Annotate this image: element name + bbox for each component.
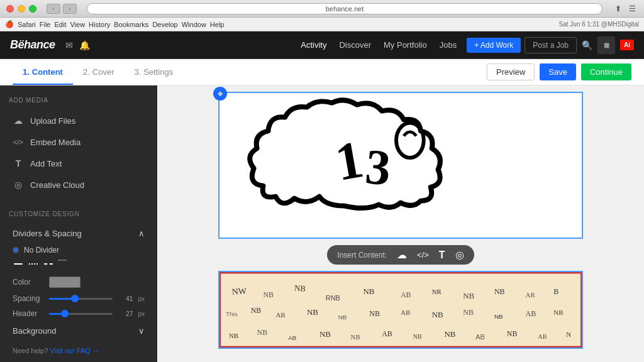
color-label: Color [13, 278, 44, 287]
menu-apple[interactable]: 🍎 [5, 20, 14, 28]
no-divider-row[interactable]: No Divider [9, 243, 148, 257]
svg-text:AB: AB [275, 311, 285, 319]
chevron-up-icon: ∧ [138, 229, 145, 238]
main-layout: ADD MEDIA ☁ Upload Files </> Embed Media… [0, 85, 644, 362]
insert-upload-icon[interactable]: ☁ [397, 249, 407, 261]
spacing-slider[interactable] [49, 298, 113, 300]
insert-cc-icon[interactable]: ◎ [455, 249, 464, 261]
maximize-button[interactable] [29, 5, 36, 13]
svg-text:NB: NB [307, 307, 318, 317]
thin-divider-option[interactable] [58, 260, 67, 261]
embed-label: Embed Media [30, 138, 80, 147]
background-section[interactable]: Background ∨ [9, 321, 148, 341]
post-job-button[interactable]: Post a Job [525, 37, 577, 53]
insert-code-icon[interactable]: </> [417, 250, 429, 260]
image-block-1[interactable]: ✥ 1 3 [218, 92, 583, 239]
help-link[interactable]: Visit our FAQ → [50, 347, 99, 354]
nav-link-jobs[interactable]: Jobs [440, 40, 457, 50]
svg-text:NB: NB [507, 329, 518, 338]
svg-text:NB: NB [432, 310, 443, 319]
forward-button[interactable]: › [63, 4, 77, 14]
avatar[interactable]: ▦ [597, 36, 615, 54]
svg-text:3: 3 [364, 138, 393, 195]
image-block-inner: 1 3 [219, 93, 582, 238]
header-slider[interactable] [49, 313, 113, 315]
menu-help[interactable]: Help [210, 21, 225, 28]
color-swatch[interactable] [49, 277, 80, 288]
svg-text:NR: NR [432, 288, 442, 295]
dividers-label: Dividers & Spacing [13, 229, 82, 238]
svg-text:AB: AB [526, 309, 536, 318]
dividers-section[interactable]: Dividers & Spacing ∧ [9, 224, 148, 243]
tabs-bar: 1. Content 2. Cover 3. Settings Preview … [0, 59, 644, 85]
svg-text:NB: NB [294, 283, 306, 293]
menu-safari[interactable]: Safari [18, 21, 36, 28]
tab-cover[interactable]: 2. Cover [73, 59, 125, 85]
svg-text:NW: NW [231, 286, 247, 297]
close-button[interactable] [6, 5, 14, 13]
text-icon: T [13, 158, 24, 169]
menu-view[interactable]: View [70, 21, 85, 28]
svg-text:NB: NB [553, 309, 563, 316]
menu-history[interactable]: History [89, 21, 110, 28]
creative-cloud-item[interactable]: ◎ Creative Cloud [9, 174, 148, 195]
svg-text:NB: NB [319, 329, 331, 339]
dashed-divider-option[interactable] [43, 260, 54, 268]
menu-window[interactable]: Window [182, 21, 206, 28]
sketch-artwork: 1 3 [219, 93, 582, 238]
svg-text:AB: AB [288, 334, 297, 341]
svg-text:NB: NB [413, 333, 422, 340]
menu-file[interactable]: File [40, 21, 51, 28]
embed-icon: </> [13, 136, 24, 148]
dotted-divider-option[interactable] [28, 260, 39, 268]
svg-text:NB: NB [494, 287, 505, 296]
safari-menubar: 🍎 Safari File Edit View History Bookmark… [0, 18, 644, 31]
svg-text:AB: AB [538, 333, 547, 340]
tab-content[interactable]: 1. Content [13, 59, 73, 85]
menu-bookmarks[interactable]: Bookmarks [114, 21, 148, 28]
address-bar[interactable]: behance.net [87, 3, 602, 14]
svg-text:NB: NB [445, 329, 456, 339]
adobe-button[interactable]: Ai [620, 40, 634, 50]
svg-text:NB: NB [369, 309, 380, 318]
insert-text-icon[interactable]: T [439, 250, 445, 261]
spacing-value: 41 [118, 295, 133, 302]
block-handle[interactable]: ✥ [213, 87, 227, 101]
help-prefix: Need help? [13, 347, 50, 354]
sidebar-icon[interactable]: ☰ [626, 3, 638, 14]
upload-files-item[interactable]: ☁ Upload Files [9, 110, 148, 131]
add-work-button[interactable]: + Add Work [467, 38, 521, 53]
add-text-item[interactable]: T Add Text [9, 153, 148, 174]
image-block-2[interactable]: NW NB NB RNB NB AB NR NB NB AR B This NB… [218, 271, 583, 349]
insert-content-bar: Insert Content: ☁ </> T ◎ [327, 245, 474, 265]
tab-settings[interactable]: 3. Settings [124, 59, 183, 85]
content-area: ✥ 1 3 Insert Content: ☁ </> [157, 85, 644, 362]
minimize-button[interactable] [18, 5, 25, 13]
embed-media-item[interactable]: </> Embed Media [9, 131, 148, 153]
nav-link-activity[interactable]: Activity [301, 40, 326, 50]
address-text: behance.net [326, 5, 364, 13]
customize-label: CUSTOMIZE DESIGN [9, 211, 148, 217]
creative-cloud-icon: ◎ [13, 179, 24, 190]
continue-button[interactable]: Continue [581, 63, 631, 80]
preview-button[interactable]: Preview [487, 63, 535, 80]
mail-icon[interactable]: ✉ [65, 40, 73, 50]
help-text: Need help? Visit our FAQ → [9, 341, 148, 361]
nav-link-discover[interactable]: Discover [339, 40, 371, 50]
bell-icon[interactable]: 🔔 [79, 40, 90, 50]
save-button[interactable]: Save [540, 63, 576, 80]
svg-text:RNB: RNB [326, 294, 340, 302]
svg-text:NB: NB [257, 328, 268, 337]
nav-link-portfolio[interactable]: My Portfolio [384, 40, 427, 50]
no-divider-radio[interactable] [13, 247, 19, 253]
menu-develop[interactable]: Develop [152, 21, 177, 28]
menu-edit[interactable]: Edit [54, 21, 66, 28]
solid-divider-option[interactable] [13, 260, 24, 268]
svg-text:AB: AB [401, 290, 411, 299]
search-button[interactable]: 🔍 [582, 40, 592, 50]
svg-text:B: B [553, 287, 558, 296]
svg-text:NB: NB [338, 314, 347, 321]
back-button[interactable]: ‹ [47, 4, 60, 14]
svg-text:NB: NB [351, 333, 360, 341]
share-icon[interactable]: ⬆ [613, 3, 624, 14]
